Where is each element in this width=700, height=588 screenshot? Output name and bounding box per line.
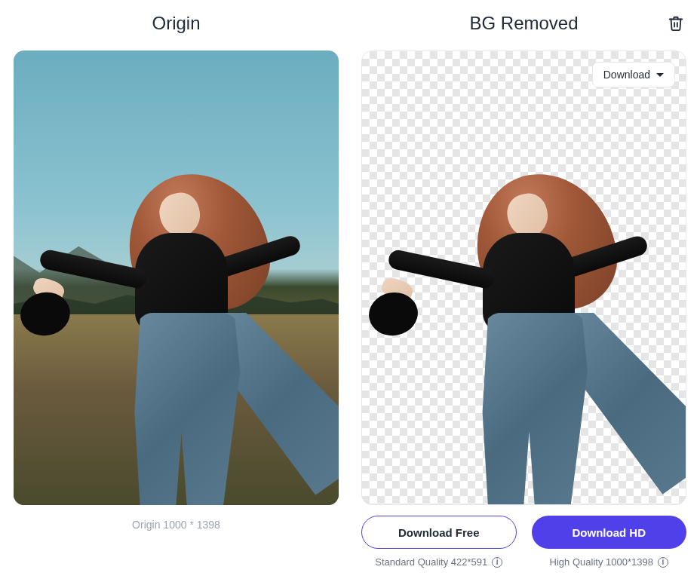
download-free-label: Download Free <box>398 526 480 539</box>
origin-title: Origin <box>14 11 339 35</box>
caret-down-icon <box>656 73 664 77</box>
high-quality-info: High Quality 1000*1398 i <box>550 556 668 568</box>
standard-quality-info: Standard Quality 422*591 i <box>375 556 502 568</box>
origin-panel: Origin Origin 1000 * 1398 <box>14 11 339 577</box>
download-hd-label: Download HD <box>573 526 646 539</box>
removed-panel: BG Removed Download <box>361 11 686 577</box>
origin-image <box>14 51 339 505</box>
high-quality-text: High Quality 1000*1398 <box>550 556 653 568</box>
download-dropdown-label: Download <box>603 69 650 81</box>
trash-icon <box>668 15 684 32</box>
delete-button[interactable] <box>665 13 686 34</box>
download-dropdown-button[interactable]: Download <box>592 62 675 87</box>
origin-caption: Origin 1000 * 1398 <box>14 519 339 531</box>
removed-title: BG Removed <box>469 11 578 35</box>
info-icon[interactable]: i <box>658 557 668 568</box>
download-hd-button[interactable]: Download HD <box>532 516 687 549</box>
info-icon[interactable]: i <box>492 557 502 568</box>
standard-quality-text: Standard Quality 422*591 <box>375 556 487 568</box>
download-free-button[interactable]: Download Free <box>361 516 517 549</box>
removed-image: Download <box>361 51 686 505</box>
